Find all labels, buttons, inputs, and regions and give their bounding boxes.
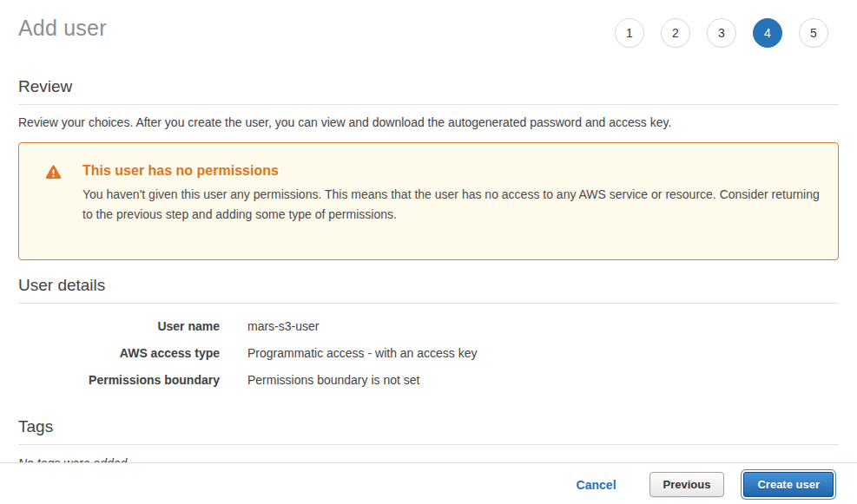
step-3: 3 <box>707 18 736 48</box>
step-2: 2 <box>661 18 690 48</box>
review-heading: Review <box>18 77 839 105</box>
cancel-button[interactable]: Cancel <box>577 478 616 492</box>
previous-button[interactable]: Previous <box>649 472 725 497</box>
user-name-value: mars-s3-user <box>247 319 319 333</box>
review-description: Review your choices. After you create th… <box>18 115 839 129</box>
main-content: Review Review your choices. After you cr… <box>0 77 857 470</box>
wizard-footer: Cancel Previous Create user <box>0 462 857 504</box>
table-row-aws-access-type: AWS access type Programmatic access - wi… <box>18 340 839 367</box>
no-permissions-warning-banner: This user has no permissions You haven't… <box>18 142 839 260</box>
user-name-label: User name <box>18 319 220 333</box>
table-row-user-name: User name mars-s3-user <box>18 313 839 340</box>
step-1: 1 <box>615 18 644 48</box>
page-title: Add user <box>18 14 107 41</box>
user-details-heading: User details <box>18 276 839 304</box>
user-details-table: User name mars-s3-user AWS access type P… <box>18 313 839 394</box>
warning-triangle-icon <box>45 163 62 182</box>
permissions-boundary-label: Permissions boundary <box>18 373 220 387</box>
table-row-permissions-boundary: Permissions boundary Permissions boundar… <box>18 367 839 394</box>
aws-access-type-value: Programmatic access - with an access key <box>247 346 478 360</box>
tags-heading: Tags <box>18 417 839 445</box>
step-4-active: 4 <box>753 18 782 48</box>
warning-title: This user has no permissions <box>82 163 821 179</box>
permissions-boundary-value: Permissions boundary is not set <box>247 373 419 387</box>
create-user-button[interactable]: Create user <box>743 472 834 497</box>
step-indicator: 1 2 3 4 5 <box>615 14 839 48</box>
warning-body: You haven't given this user any permissi… <box>82 185 821 225</box>
warning-text-block: This user has no permissions You haven't… <box>82 163 821 225</box>
wizard-header: Add user 1 2 3 4 5 <box>0 0 857 65</box>
step-5: 5 <box>799 18 828 48</box>
aws-access-type-label: AWS access type <box>18 346 220 360</box>
